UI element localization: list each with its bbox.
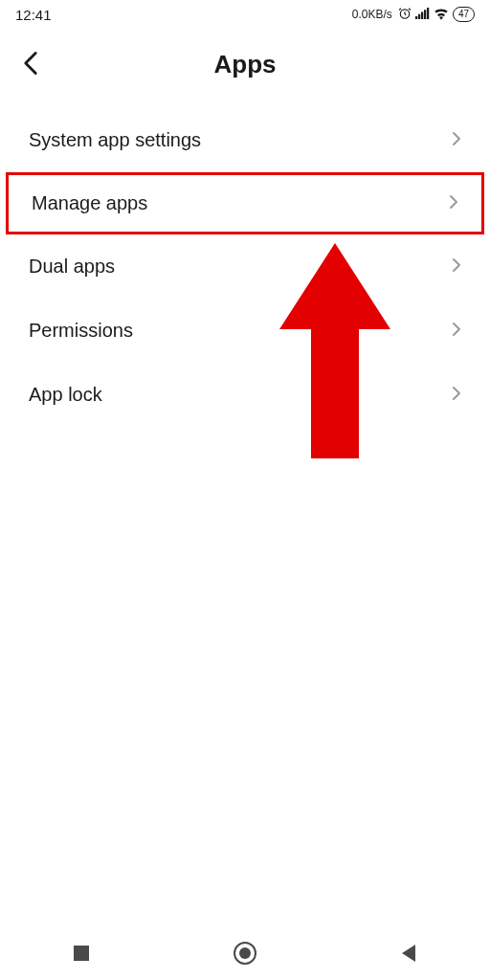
status-time: 12:41 <box>15 7 52 23</box>
list-item-label: Manage apps <box>32 192 147 214</box>
battery-indicator: 47 <box>453 7 475 22</box>
list-item-label: App lock <box>29 384 102 406</box>
wifi-icon <box>434 7 449 23</box>
settings-list: System app settings Manage apps Dual app… <box>0 99 490 436</box>
page-header: Apps <box>0 27 490 99</box>
status-bar: 12:41 0.0KB/s 47 <box>0 0 490 27</box>
status-indicators: 0.0KB/s 47 <box>352 7 475 23</box>
svg-rect-7 <box>74 946 89 961</box>
svg-rect-3 <box>421 11 423 19</box>
nav-home-button[interactable] <box>216 941 274 966</box>
nav-recent-button[interactable] <box>53 945 110 962</box>
list-item-dual-apps[interactable]: Dual apps <box>0 234 490 299</box>
list-item-label: Permissions <box>29 320 133 342</box>
list-item-app-lock[interactable]: App lock <box>0 363 490 427</box>
list-item-manage-apps[interactable]: Manage apps <box>6 172 484 234</box>
list-item-label: Dual apps <box>29 256 115 278</box>
alarm-icon <box>398 7 412 23</box>
chevron-right-icon <box>452 384 461 406</box>
nav-bar <box>0 926 490 980</box>
network-speed: 0.0KB/s <box>352 8 392 21</box>
list-item-permissions[interactable]: Permissions <box>0 299 490 363</box>
svg-marker-10 <box>402 945 415 962</box>
chevron-right-icon <box>452 320 461 342</box>
svg-rect-4 <box>424 10 426 19</box>
chevron-right-icon <box>452 129 461 151</box>
svg-rect-5 <box>427 8 429 19</box>
page-title: Apps <box>15 50 475 79</box>
list-item-label: System app settings <box>29 129 201 151</box>
chevron-right-icon <box>449 192 458 214</box>
svg-rect-1 <box>415 16 417 19</box>
svg-point-9 <box>239 947 251 959</box>
svg-rect-2 <box>418 13 420 18</box>
chevron-right-icon <box>452 256 461 278</box>
nav-back-button[interactable] <box>380 944 437 963</box>
signal-icon <box>415 7 430 23</box>
back-button[interactable] <box>23 51 38 79</box>
list-item-system-app-settings[interactable]: System app settings <box>0 108 490 172</box>
